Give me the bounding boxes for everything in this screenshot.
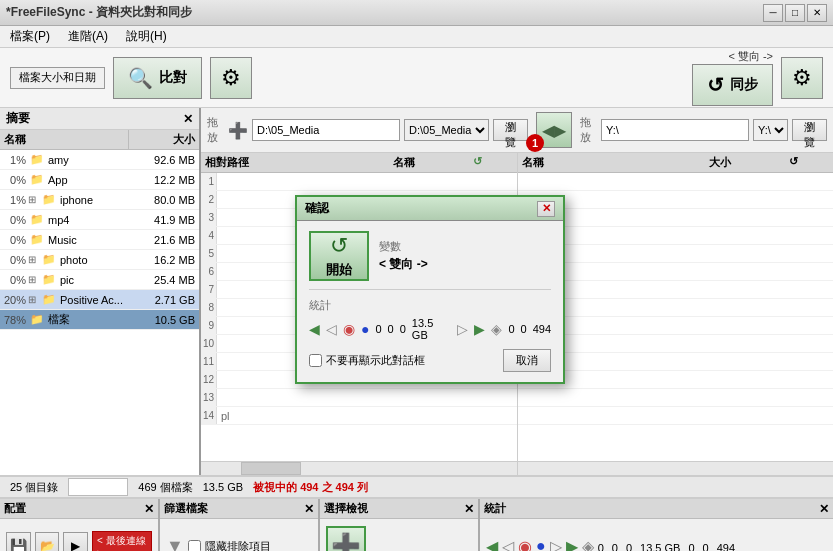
list-item[interactable]: 1% 📁 amy 92.6 MB: [0, 150, 199, 170]
row-size: 10.5 GB: [129, 314, 199, 326]
hide-excluded-checkbox[interactable]: [188, 540, 201, 552]
row-number: 5: [201, 245, 217, 262]
config-terminal-button[interactable]: ▶: [63, 532, 88, 551]
list-item[interactable]: 0% 📁 Music 21.6 MB: [0, 230, 199, 250]
filter-panel-close[interactable]: ✕: [304, 502, 314, 516]
confirmation-dialog: 確認 ✕ ↺ 開始 變數 < 雙向 -> 統計: [295, 195, 565, 384]
right-path-input[interactable]: [601, 119, 749, 141]
dialog-stat-icon-5: ▷: [457, 321, 468, 337]
window-controls: ─ □ ✕: [763, 4, 827, 22]
stats-panel-header: 統計 ✕: [480, 499, 833, 519]
row-percent: 0%: [0, 174, 28, 186]
col-check-header: [493, 155, 513, 170]
stats-panel-close[interactable]: ✕: [819, 502, 829, 516]
refresh-icon[interactable]: ↺: [473, 155, 482, 167]
stats-icon-2: ◁: [502, 537, 514, 552]
row-size: 92.6 MB: [129, 154, 199, 166]
sync-icon: ↺: [707, 73, 724, 97]
view-apply-button[interactable]: ➕: [326, 526, 366, 551]
col-right-name: 名稱: [522, 155, 710, 170]
row-size: 2.71 GB: [129, 294, 199, 306]
stats-values-row: 0 0 0 13.5 GB 0 0 494: [598, 542, 735, 551]
list-item[interactable]: 78% 📁 檔案 10.5 GB: [0, 310, 199, 330]
expand-icon[interactable]: ⊞: [28, 294, 40, 305]
open-icon: 📂: [40, 539, 55, 551]
left-path-dropdown[interactable]: D:\05_Media: [404, 119, 489, 141]
config-save-button[interactable]: 💾: [6, 532, 31, 551]
toolbar-right: 1 < 雙向 -> ↺ 同步 ⚙: [684, 49, 823, 106]
sync-button[interactable]: ↺ 同步: [692, 64, 773, 106]
list-item[interactable]: 0% 📁 mp4 41.9 MB: [0, 210, 199, 230]
minimize-button[interactable]: ─: [763, 4, 783, 22]
list-item[interactable]: 20% ⊞ 📁 Positive Ac... 2.71 GB: [0, 290, 199, 310]
close-icon: ✕: [542, 202, 551, 215]
row-name: App: [46, 174, 129, 186]
row-percent: 0%: [0, 254, 28, 266]
gear-icon: ⚙: [221, 65, 241, 91]
row-number: 4: [201, 227, 217, 244]
summary-title: 摘要: [6, 110, 30, 127]
config-panel-close[interactable]: ✕: [144, 502, 154, 516]
row-percent: 0%: [0, 214, 28, 226]
start-button[interactable]: ↺ 開始: [309, 231, 369, 281]
close-button[interactable]: ✕: [807, 4, 827, 22]
horizontal-scrollbar-right[interactable]: [518, 461, 834, 475]
row-percent: 0%: [0, 234, 28, 246]
sync-settings-button[interactable]: ⚙: [781, 57, 823, 99]
config-load-button[interactable]: 📂: [35, 532, 60, 551]
folder-icon: 📁: [28, 313, 46, 326]
stats-val-2: 0: [612, 542, 618, 551]
left-browse-button[interactable]: 瀏覽: [493, 119, 528, 141]
annotation-1: 1: [526, 134, 544, 152]
compare-button[interactable]: 🔍 比對: [113, 57, 202, 99]
left-path-input[interactable]: [252, 119, 400, 141]
dialog-vars-label: 變數: [379, 239, 428, 254]
dialog-direction: < 雙向 ->: [379, 256, 428, 273]
view-panel-close[interactable]: ✕: [464, 502, 474, 516]
list-item[interactable]: 0% 📁 App 12.2 MB: [0, 170, 199, 190]
left-path-section: 拖放 ➕ D:\05_Media 瀏覽: [207, 115, 528, 145]
row-percent: 20%: [0, 294, 28, 306]
dialog-stats: 統計 ◀ ◁ ◉ ● 0 0 0 13.5 GB ▷ ▶ ◈ 0: [309, 289, 551, 341]
list-item[interactable]: 0% ⊞ 📁 pic 25.4 MB: [0, 270, 199, 290]
row-name: pic: [58, 274, 129, 286]
right-browse-button[interactable]: 瀏覽: [792, 119, 827, 141]
expand-icon[interactable]: ⊞: [28, 274, 40, 285]
row-percent: 1%: [0, 194, 28, 206]
last-connected-tag[interactable]: < 最後連線 >: [92, 531, 152, 552]
settings-button[interactable]: ⚙: [210, 57, 252, 99]
save-icon: 💾: [10, 538, 27, 551]
expand-icon[interactable]: ⊞: [28, 194, 40, 205]
dialog-stat-val-7: 494: [533, 323, 551, 335]
menu-file[interactable]: 檔案(P): [6, 27, 54, 46]
list-item[interactable]: 0% ⊞ 📁 photo 16.2 MB: [0, 250, 199, 270]
col-right-refresh-icon[interactable]: ↺: [789, 155, 809, 170]
no-show-checkbox[interactable]: [309, 354, 322, 367]
status-files-count: 469 個檔案: [138, 480, 192, 495]
horizontal-scrollbar-left[interactable]: [201, 461, 517, 475]
stats-panel-content: ◀ ◁ ◉ ● ▷ ▶ ◈ 0 0 0 13.5 GB 0 0 494: [480, 519, 833, 551]
dialog-close-button[interactable]: ✕: [537, 201, 555, 217]
status-bar: 25 個目錄 469 個檔案 13.5 GB 被視中的 494 之 494 列: [0, 476, 833, 498]
list-item[interactable]: 1% ⊞ 📁 iphone 80.0 MB: [0, 190, 199, 210]
config-panel: 配置 ✕ 💾 📂 ▶ < 最後連線 >: [0, 499, 160, 551]
right-path-section: 拖放 Y:\ 瀏覽: [580, 115, 827, 145]
expand-icon[interactable]: ⊞: [28, 254, 40, 265]
menu-advanced[interactable]: 進階(A): [64, 27, 112, 46]
menu-help[interactable]: 說明(H): [122, 27, 171, 46]
start-label: 開始: [326, 261, 352, 279]
row-number: 12: [201, 371, 217, 388]
view-panel: 選擇檢視 ✕ ➕: [320, 499, 480, 551]
summary-close-button[interactable]: ✕: [183, 112, 193, 126]
dialog-stat-size: 13.5 GB: [412, 317, 452, 341]
row-size: 21.6 MB: [129, 234, 199, 246]
col-right-size: 大小: [709, 155, 789, 170]
row-number: 11: [201, 353, 217, 370]
right-path-dropdown[interactable]: Y:\: [753, 119, 788, 141]
stats-val-3: 0: [626, 542, 632, 551]
stats-icon-4: ●: [536, 537, 546, 551]
row-number: 7: [201, 281, 217, 298]
dialog-cancel-button[interactable]: 取消: [503, 349, 551, 372]
row-percent: 1%: [0, 154, 28, 166]
maximize-button[interactable]: □: [785, 4, 805, 22]
